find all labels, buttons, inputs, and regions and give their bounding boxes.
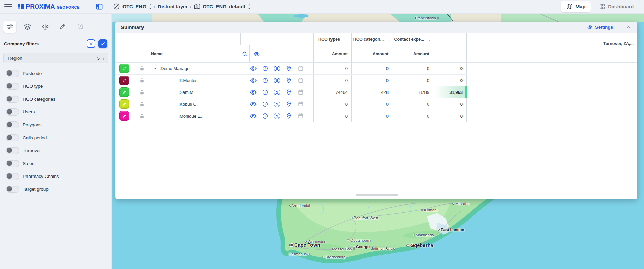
focus-user-button[interactable]	[273, 65, 281, 72]
search-button[interactable]	[240, 45, 249, 62]
toggle-switch[interactable]	[6, 173, 19, 180]
info-button[interactable]	[261, 65, 269, 72]
locate-pin-button[interactable]	[285, 77, 292, 84]
layers-tool-button[interactable]	[21, 21, 34, 33]
calendar-button[interactable]	[297, 100, 304, 108]
project-switch-icon[interactable]: ⌃⌃	[149, 5, 152, 9]
locate-pin-button[interactable]	[285, 65, 292, 72]
info-button[interactable]	[261, 77, 269, 84]
filter-toggle[interactable]: Users	[0, 105, 111, 118]
filter-toggle[interactable]: HCO categories	[0, 92, 111, 105]
dashboard-view-button[interactable]: Dashboard	[593, 1, 639, 12]
pencil-edit-badge[interactable]	[119, 76, 129, 85]
column-header-amount-3[interactable]: Amount	[392, 45, 433, 62]
info-button[interactable]	[261, 100, 269, 108]
toggle-switch[interactable]	[6, 70, 19, 77]
show-on-map-button[interactable]	[249, 65, 257, 72]
pencil-edit-badge[interactable]	[119, 87, 129, 97]
toggle-switch[interactable]	[6, 160, 19, 167]
map-view-button[interactable]: Map	[561, 1, 591, 12]
column-header-amount-2[interactable]: Amount	[351, 45, 392, 62]
show-on-map-button[interactable]	[249, 100, 257, 108]
draw-tool-button[interactable]	[56, 21, 69, 33]
focus-user-button[interactable]	[273, 112, 281, 120]
region-filter[interactable]: Region 5 ›	[3, 53, 108, 63]
calendar-icon	[298, 65, 304, 71]
filter-toggle[interactable]: Sales	[0, 157, 111, 170]
user-focus-icon	[274, 65, 280, 72]
filter-toggle[interactable]: Polygons	[0, 118, 111, 131]
brand-suffix: GEOFORCE	[57, 5, 80, 9]
location-pin-icon	[286, 113, 292, 119]
toggle-switch[interactable]	[6, 186, 19, 193]
column-group-hco-categories[interactable]: HCO categori...→	[351, 33, 392, 45]
filters-tool-button[interactable]	[3, 21, 16, 33]
arrow-right-icon: →	[342, 37, 346, 42]
horizontal-scrollbar[interactable]	[356, 194, 398, 196]
filter-toggle-list: Postcode HCO type HCO categories Users P…	[0, 65, 111, 195]
calendar-button[interactable]	[297, 65, 304, 72]
clear-filters-button[interactable]	[87, 39, 95, 48]
locate-pin-button[interactable]	[285, 100, 292, 108]
pencil-edit-badge[interactable]	[119, 64, 129, 73]
column-header-turnover[interactable]: Turnover, ZA,...	[573, 41, 634, 46]
apply-filters-button[interactable]	[98, 39, 107, 48]
history-tool-button[interactable]	[74, 21, 87, 33]
pencil-edit-badge[interactable]	[119, 111, 129, 121]
table-row[interactable]: Demo Manager	[115, 63, 467, 75]
user-focus-icon	[274, 89, 280, 96]
show-on-map-button[interactable]	[249, 77, 257, 84]
info-button[interactable]	[261, 88, 269, 96]
filter-toggle[interactable]: Postcode	[0, 67, 111, 80]
map-switch-icon[interactable]: ⌃⌃	[248, 5, 251, 9]
column-group-hco-types[interactable]: HCO types→	[313, 33, 351, 45]
locate-pin-button[interactable]	[285, 112, 292, 120]
focus-user-button[interactable]	[273, 77, 281, 84]
calendar-button[interactable]	[297, 88, 304, 96]
breadcrumb-map[interactable]: OTC_ENG_default ⌃⌃	[194, 3, 250, 10]
caret-up-icon[interactable]	[152, 66, 157, 71]
filter-toggle[interactable]: Calls period	[0, 131, 111, 144]
show-on-map-button[interactable]	[249, 112, 257, 120]
filter-toggle[interactable]: Turnover	[0, 144, 111, 157]
table-row[interactable]: Monique E.	[115, 110, 467, 122]
toggle-switch[interactable]	[6, 83, 19, 90]
toggle-switch[interactable]	[6, 108, 19, 116]
show-on-map-button[interactable]	[249, 88, 257, 96]
app-logo[interactable]: PROXIMA GEOFORCE	[18, 3, 80, 11]
lock-icon[interactable]	[139, 101, 145, 107]
sidebar-toggle-icon[interactable]	[95, 3, 103, 11]
table-row[interactable]: Kobus G.	[115, 98, 467, 110]
collapse-panel-button[interactable]	[626, 25, 631, 30]
info-button[interactable]	[261, 112, 269, 120]
filter-toggle[interactable]: Pharmacy Chains	[0, 170, 111, 183]
layers-icon	[24, 23, 31, 30]
filter-toggle[interactable]: HCO type	[0, 80, 111, 92]
calendar-button[interactable]	[297, 77, 304, 84]
table-row[interactable]: Sam M.	[115, 86, 467, 98]
locate-pin-button[interactable]	[285, 88, 292, 96]
column-header-amount-1[interactable]: Amount	[313, 45, 351, 62]
lock-icon[interactable]	[139, 66, 145, 71]
toggle-switch[interactable]	[6, 147, 19, 154]
visibility-column-button[interactable]	[249, 45, 313, 62]
focus-user-button[interactable]	[273, 88, 281, 96]
column-header-name[interactable]: Name	[115, 45, 240, 62]
toggle-switch[interactable]	[6, 134, 19, 141]
pencil-edit-badge[interactable]	[119, 99, 129, 109]
lock-icon[interactable]	[139, 113, 145, 119]
breadcrumb-project[interactable]: OTC_ENG ⌃⌃	[122, 4, 152, 9]
breadcrumb-layer[interactable]: District layer	[158, 4, 188, 9]
filter-toggle[interactable]: Target group	[0, 183, 111, 195]
column-group-contact-expenses[interactable]: Contact expe...→	[392, 33, 433, 45]
lock-icon[interactable]	[139, 78, 145, 83]
settings-button[interactable]: Settings	[587, 24, 613, 30]
calendar-button[interactable]	[297, 112, 304, 120]
compare-tool-button[interactable]	[39, 21, 52, 33]
table-row[interactable]: P.Montes	[115, 75, 467, 86]
focus-user-button[interactable]	[273, 100, 281, 108]
hamburger-menu-icon[interactable]	[4, 4, 12, 9]
lock-icon[interactable]	[139, 89, 145, 95]
toggle-switch[interactable]	[6, 121, 19, 128]
toggle-switch[interactable]	[6, 96, 19, 103]
